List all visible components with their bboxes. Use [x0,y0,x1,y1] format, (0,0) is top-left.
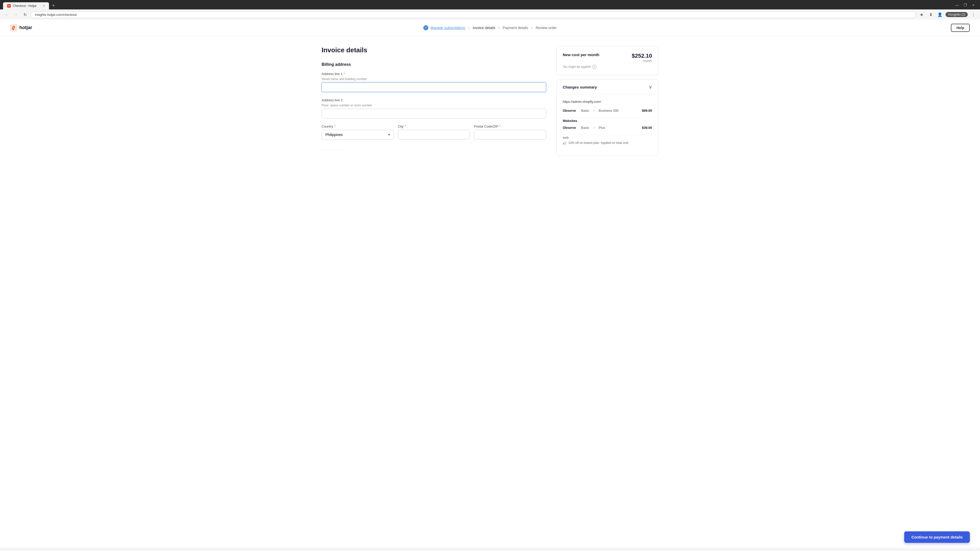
arrow-3: › [531,25,533,30]
active-tab[interactable]: H Checkout - Hotjar × [3,2,49,10]
breadcrumb-payment-label: Payment details [503,26,528,30]
web-discount-section: web 🏷 10% off on lowest plan. Applied on… [563,136,652,145]
required-star-country: * [334,124,336,128]
back-button[interactable]: ← [3,11,10,18]
address-line2-label: Address line 2 [321,98,546,102]
observe-change-row: Observe Basic → Business 500 $99.00 [563,109,652,113]
required-star-1: * [344,72,345,76]
observe2-to-arrow: → [592,126,596,130]
observe-price: $99.00 [642,109,652,113]
changes-body: https://admin.shopify.com/ Observe Basic… [557,95,658,156]
billing-section-title: Billing address [321,62,546,67]
address-line1-input[interactable] [321,83,546,92]
cost-label: New cost per month [563,52,599,57]
postal-label: Postal Code/ZIP * [474,124,546,128]
tab-close-button[interactable]: × [43,4,45,8]
changes-summary-card: Changes summary ∨ https://admin.shopify.… [556,79,659,156]
cost-header: New cost per month $252.10 /month [563,52,652,63]
help-button[interactable]: Help [951,24,970,32]
address-line2-input[interactable] [321,109,546,118]
right-sidebar: New cost per month $252.10 /month Tax mi… [556,46,659,160]
cost-amount-value: $252.10 [632,52,652,59]
address-line1-hint: Street name and building number [321,77,546,81]
additional-fields-hint: · · · · · · · · · · · · · [321,148,546,151]
observe-arrow: Basic [581,109,589,113]
address-line2-group: Address line 2 Floor, space number or ro… [321,98,546,118]
location-row: Country * Philippines ▼ City * [321,124,546,146]
discount-row: 🏷 10% off on lowest plan. Applied on tot… [563,141,652,145]
discount-tag-icon: 🏷 [563,141,566,145]
info-icon[interactable]: i [592,65,597,69]
page-title: Invoice details [321,46,546,54]
download-button[interactable]: ⬇ [927,11,934,18]
breadcrumb-review-label: Review order [536,26,557,30]
required-star-postal: * [499,124,501,128]
changes-title: Changes summary [563,85,597,89]
breadcrumb-manage[interactable]: ✓ Manage subscriptions [423,25,465,30]
tab-favicon: H [7,4,11,8]
logo-text: hotjar [19,25,32,30]
new-tab-button[interactable]: + [50,2,57,10]
changes-header[interactable]: Changes summary ∨ [557,79,658,95]
address-line1-label: Address line 1 * [321,72,546,76]
observe2-change-row: Observe Basic → Plus $39.00 [563,126,652,130]
incognito-badge: Incognito (2) [945,12,968,17]
websites-section: Websites Observe Basic → Plus $39.00 [563,119,652,130]
check-icon: ✓ [423,25,428,30]
observe2-to-tier: Plus [599,126,639,130]
cost-card: New cost per month $252.10 /month Tax mi… [556,46,659,75]
breadcrumb-invoice-label: Invoice details [473,26,495,30]
arrow-1: › [468,25,469,30]
country-select[interactable]: Philippines [321,130,394,140]
breadcrumb-nav: ✓ Manage subscriptions › Invoice details… [423,25,557,30]
postal-group: Postal Code/ZIP * [474,124,546,140]
divider-1 [563,118,652,118]
city-input[interactable] [398,130,470,140]
hotjar-logo: hotjar [10,24,32,32]
observe-change-item: Observe Basic → Business 500 $99.00 [563,109,652,113]
close-button[interactable]: × [971,3,976,8]
invoice-form-section: Invoice details Billing address Address … [321,46,546,160]
svg-rect-0 [10,24,18,32]
tab-title: Checkout - Hotjar [13,4,37,8]
breadcrumb-payment: Payment details [503,26,528,30]
breadcrumb-manage-label: Manage subscriptions [431,26,465,30]
profile-button[interactable]: 👤 [936,11,943,18]
restore-button[interactable]: ❐ [963,3,968,8]
refresh-button[interactable]: ↻ [21,11,29,18]
observe2-label: Observe [563,126,578,130]
observe-to-tier: Business 500 [599,109,639,113]
address-bar[interactable]: insights.hotjar.com/checkout [30,11,916,18]
observe-to-arrow: → [592,109,596,113]
tax-note-text: Tax might be applied [563,65,591,68]
country-label: Country * [321,124,394,128]
country-select-wrapper: Philippines ▼ [321,130,394,140]
cost-period: /month [632,59,652,63]
websites-label: Websites [563,119,652,123]
minimize-button[interactable]: — [955,3,959,8]
app-header: hotjar ✓ Manage subscriptions › Invoice … [0,20,980,36]
web-label: web [563,136,652,140]
forward-button[interactable]: → [12,11,19,18]
country-group: Country * Philippines ▼ [321,124,394,140]
observe2-price: $39.00 [642,126,652,130]
tax-note-row: Tax might be applied i [563,65,652,69]
city-group: City * [398,124,470,140]
menu-button[interactable]: ⋮ [970,11,977,18]
bookmark-button[interactable]: ★ [918,11,925,18]
breadcrumb-invoice: Invoice details [473,26,495,30]
breadcrumb-review: Review order [536,26,557,30]
url-text: insights.hotjar.com/checkout [35,13,76,17]
postal-input[interactable] [474,130,546,140]
divider-2 [563,135,652,135]
changes-chevron-icon: ∨ [649,84,652,90]
arrow-2: › [498,25,500,30]
address-line2-hint: Floor, space number or room number [321,103,546,107]
city-label: City * [398,124,470,128]
continue-button[interactable]: Continue to payment details [904,531,970,543]
observe-label: Observe [563,109,578,113]
main-content: Invoice details Billing address Address … [311,36,669,170]
required-star-city: * [404,124,406,128]
logo-icon [10,24,18,32]
address-line1-group: Address line 1 * Street name and buildin… [321,72,546,92]
